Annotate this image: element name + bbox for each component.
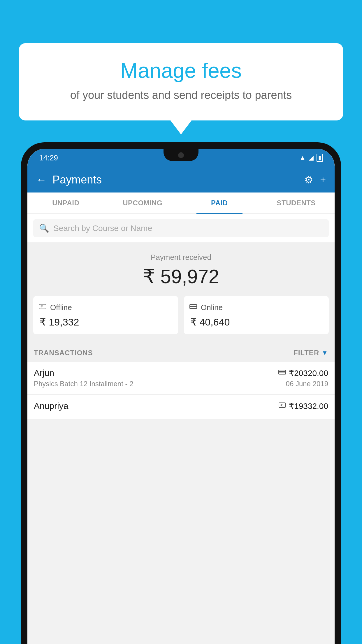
svg-rect-3 — [190, 306, 197, 307]
transaction-desc-1: Physics Batch 12 Installment - 2 — [34, 380, 133, 388]
offline-label: Offline — [50, 303, 72, 312]
online-card: Online ₹ 40,640 — [184, 296, 329, 334]
offline-icon: ₹ — [38, 302, 47, 313]
phone-screen: 14:29 ▲ ◢ ▮ ← Payments ⚙ + UNPAID UPCOMI… — [27, 149, 335, 644]
online-label: Online — [201, 303, 223, 312]
transaction-date-1: 06 June 2019 — [286, 380, 328, 388]
phone-frame: 14:29 ▲ ◢ ▮ ← Payments ⚙ + UNPAID UPCOMI… — [21, 142, 341, 644]
transaction-amount-2: ₹19332.00 — [289, 401, 328, 411]
transaction-amount-1: ₹20320.00 — [289, 368, 328, 378]
tab-paid[interactable]: PAID — [181, 192, 258, 214]
wifi-icon: ▲ — [299, 154, 306, 162]
status-time: 14:29 — [39, 153, 58, 162]
online-icon — [189, 302, 197, 313]
svg-text:₹: ₹ — [280, 403, 283, 408]
payment-label: Payment received — [33, 253, 329, 262]
transaction-name-1: Arjun — [34, 368, 54, 378]
search-container: 🔍 Search by Course or Name — [27, 214, 335, 242]
svg-text:₹: ₹ — [41, 305, 43, 309]
app-bar-title: Payments — [52, 174, 304, 186]
phone-notch — [164, 149, 198, 161]
filter-button[interactable]: FILTER ▼ — [294, 349, 328, 357]
battery-icon: ▮ — [317, 154, 323, 162]
transaction-name-2: Anupriya — [34, 401, 68, 411]
status-icons: ▲ ◢ ▮ — [299, 154, 323, 162]
app-bar-actions: ⚙ + — [304, 174, 326, 186]
notch-camera — [178, 152, 184, 158]
tab-students[interactable]: STUDENTS — [258, 192, 335, 214]
offline-card: ₹ Offline ₹ 19,332 — [33, 296, 178, 334]
signal-icon: ◢ — [309, 154, 314, 162]
search-icon: 🔍 — [39, 223, 49, 233]
filter-label: FILTER — [294, 349, 319, 357]
offline-amount: ₹ 19,332 — [38, 316, 79, 328]
transaction-type-icon-1 — [278, 368, 286, 378]
search-placeholder-text: Search by Course or Name — [53, 224, 152, 233]
payment-summary: Payment received ₹ 59,972 ₹ Offline — [27, 242, 335, 342]
transaction-type-icon-2: ₹ — [278, 401, 286, 411]
tab-upcoming[interactable]: UPCOMING — [104, 192, 181, 214]
transactions-header: TRANSACTIONS FILTER ▼ — [27, 342, 335, 362]
hero-card: Manage fees of your students and send re… — [19, 43, 343, 120]
transactions-list: Arjun ₹20320.00 Physics Batch 12 Install… — [27, 362, 335, 419]
transactions-label: TRANSACTIONS — [34, 349, 93, 357]
payment-cards: ₹ Offline ₹ 19,332 — [33, 296, 329, 334]
tabs-bar: UNPAID UPCOMING PAID STUDENTS — [27, 192, 335, 214]
add-icon[interactable]: + — [320, 174, 326, 186]
hero-subtitle: of your students and send receipts to pa… — [36, 88, 326, 103]
back-button[interactable]: ← — [36, 174, 47, 186]
table-row[interactable]: Arjun ₹20320.00 Physics Batch 12 Install… — [27, 362, 335, 395]
table-row[interactable]: Anupriya ₹ ₹19332.00 — [27, 395, 335, 419]
payment-total-amount: ₹ 59,972 — [33, 265, 329, 288]
filter-icon: ▼ — [321, 349, 328, 357]
svg-rect-5 — [279, 371, 286, 372]
settings-icon[interactable]: ⚙ — [304, 174, 313, 186]
search-box[interactable]: 🔍 Search by Course or Name — [33, 219, 329, 237]
app-bar: ← Payments ⚙ + — [27, 167, 335, 192]
tab-unpaid[interactable]: UNPAID — [27, 192, 104, 214]
hero-title: Manage fees — [36, 59, 326, 82]
online-amount: ₹ 40,640 — [189, 316, 230, 328]
